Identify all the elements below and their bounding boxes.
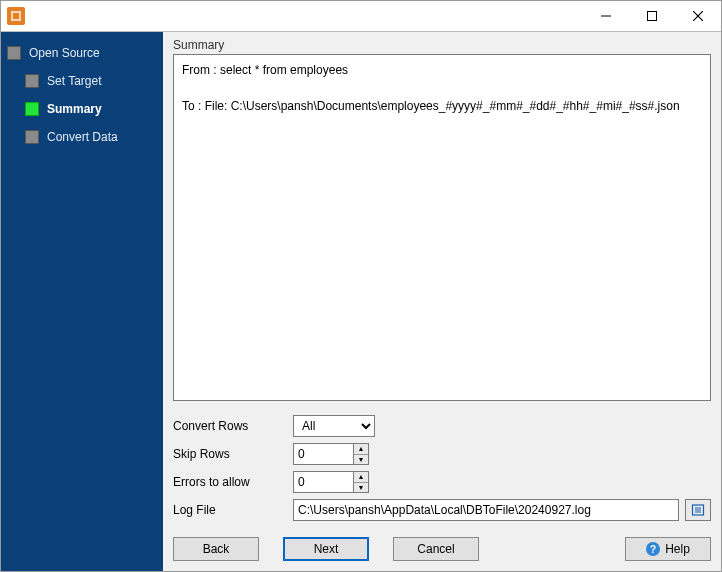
app-window: Open Source Set Target Summary Convert D… [0,0,722,572]
help-button[interactable]: ? Help [625,537,711,561]
skip-rows-stepper[interactable]: ▲ ▼ [353,443,369,465]
back-button[interactable]: Back [173,537,259,561]
sidebar-item-label: Convert Data [47,130,118,144]
sidebar-item-label: Summary [47,102,102,116]
spinner-down-icon[interactable]: ▼ [354,455,368,465]
sidebar-item-summary[interactable]: Summary [25,100,157,118]
errors-input[interactable] [293,471,353,493]
titlebar [1,1,721,31]
sidebar-item-label: Set Target [47,74,101,88]
convert-rows-label: Convert Rows [173,419,293,433]
sidebar-item-open-source[interactable]: Open Source [7,44,157,62]
minimize-button[interactable] [583,1,629,31]
step-indicator-icon [25,130,39,144]
log-file-input[interactable] [293,499,679,521]
step-indicator-icon [25,74,39,88]
log-file-label: Log File [173,503,293,517]
help-button-label: Help [665,542,690,556]
browse-icon [691,503,705,517]
help-icon: ? [646,542,660,556]
svg-rect-1 [13,13,19,19]
summary-to-line: To : File: C:\Users\pansh\Documents\empl… [182,99,680,113]
svg-rect-3 [648,12,657,21]
spinner-down-icon[interactable]: ▼ [354,483,368,493]
skip-rows-input[interactable] [293,443,353,465]
summary-heading: Summary [173,38,711,52]
main-panel: Summary From : select * from employees T… [163,32,721,571]
log-file-browse-button[interactable] [685,499,711,521]
spinner-up-icon[interactable]: ▲ [354,444,368,455]
summary-from-line: From : select * from employees [182,63,348,77]
sidebar-item-set-target[interactable]: Set Target [25,72,157,90]
app-icon [7,7,25,25]
sidebar-item-label: Open Source [29,46,100,60]
cancel-button[interactable]: Cancel [393,537,479,561]
errors-label: Errors to allow [173,475,293,489]
summary-textarea[interactable]: From : select * from employees To : File… [173,54,711,401]
wizard-sidebar: Open Source Set Target Summary Convert D… [1,32,163,571]
options-form: Convert Rows All Skip Rows ▲ ▼ [173,415,711,521]
body: Open Source Set Target Summary Convert D… [1,31,721,571]
step-indicator-icon [7,46,21,60]
close-button[interactable] [675,1,721,31]
sidebar-item-convert-data[interactable]: Convert Data [25,128,157,146]
step-indicator-icon [25,102,39,116]
maximize-button[interactable] [629,1,675,31]
convert-rows-select[interactable]: All [293,415,375,437]
spinner-up-icon[interactable]: ▲ [354,472,368,483]
next-button[interactable]: Next [283,537,369,561]
button-bar: Back Next Cancel ? Help [173,537,711,561]
errors-stepper[interactable]: ▲ ▼ [353,471,369,493]
skip-rows-label: Skip Rows [173,447,293,461]
